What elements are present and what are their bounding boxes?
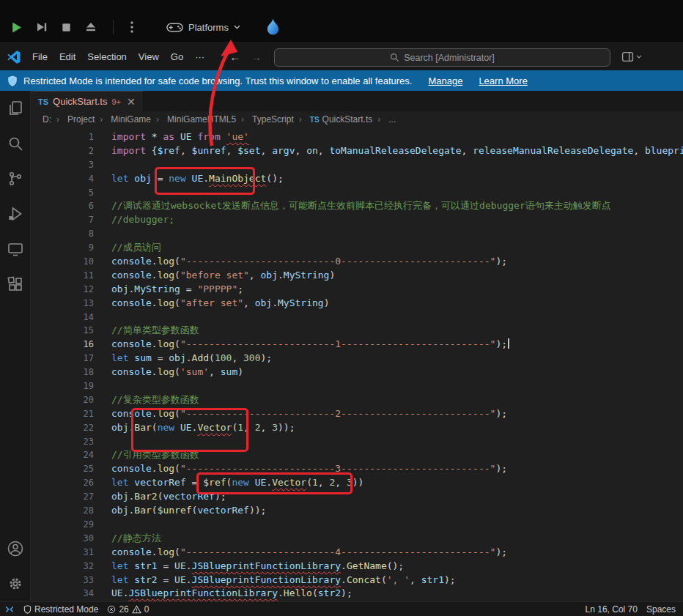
code-line[interactable]: 22obj.Bar(new UE.Vector(1, 2, 3)); bbox=[31, 421, 683, 435]
code-line[interactable]: 31console.log("-------------------------… bbox=[31, 546, 683, 560]
source-control-icon[interactable] bbox=[0, 161, 31, 196]
code-line[interactable]: 24//引用类型参数函数 bbox=[31, 448, 683, 462]
menu-overflow[interactable]: ··· bbox=[189, 49, 210, 64]
problems-status[interactable]: 26 0 bbox=[103, 604, 153, 615]
code-line[interactable]: 8 bbox=[31, 227, 683, 241]
code-line[interactable]: 11console.log("before set", obj.MyString… bbox=[31, 269, 683, 283]
code-line[interactable]: 2import {$ref, $unref, $set, argv, on, t… bbox=[31, 144, 683, 158]
gamepad-icon bbox=[166, 22, 183, 33]
breadcrumb-drive[interactable]: D: bbox=[43, 114, 51, 125]
code-line[interactable]: 23 bbox=[31, 435, 683, 449]
forward-arrow-icon[interactable]: → bbox=[251, 51, 262, 63]
code-token: console bbox=[111, 297, 152, 308]
code-line[interactable]: 27obj.Bar2(vectorRef); bbox=[31, 490, 683, 504]
code-line[interactable]: 34UE.JSBlueprintFunctionLibrary.Hello(st… bbox=[31, 587, 683, 601]
settings-gear-icon[interactable] bbox=[0, 566, 31, 601]
status-right: Ln 16, Col 70 Spaces bbox=[581, 604, 680, 615]
remote-explorer-icon[interactable] bbox=[0, 231, 31, 267]
code-token: GetName bbox=[347, 560, 387, 571]
code-token: = bbox=[163, 560, 174, 571]
ue-editor-toolbar: Platforms bbox=[0, 0, 683, 42]
restricted-mode-status[interactable]: Restricted Mode bbox=[19, 604, 103, 615]
search-icon bbox=[390, 53, 399, 62]
code-line[interactable]: 7//debugger; bbox=[31, 213, 683, 227]
extensions-icon[interactable] bbox=[0, 267, 31, 302]
line-number: 12 bbox=[31, 283, 94, 297]
line-number: 13 bbox=[31, 297, 94, 311]
code-line[interactable]: 1import * as UE from 'ue' bbox=[31, 130, 683, 144]
learn-more-link[interactable]: Learn More bbox=[479, 75, 527, 86]
code-line[interactable]: 10console.log("-------------------------… bbox=[31, 255, 683, 269]
layout-customize-button[interactable] bbox=[621, 51, 642, 63]
breadcrumb-typescript[interactable]: TypeScript bbox=[236, 114, 294, 125]
code-line[interactable]: 21console.log("-------------------------… bbox=[31, 407, 683, 421]
code-line[interactable]: 33let str2 = UE.JSBlueprintFunctionLibra… bbox=[31, 574, 683, 587]
toolbar-more-button[interactable] bbox=[130, 21, 134, 34]
code-token: , bbox=[633, 145, 645, 156]
code-token: = bbox=[192, 477, 204, 488]
tab-quickstart[interactable]: TS QuickStart.ts 9+ ✕ bbox=[31, 91, 144, 111]
search-sidebar-icon[interactable] bbox=[0, 126, 31, 161]
code-line[interactable]: 5 bbox=[31, 186, 683, 200]
menu-view[interactable]: View bbox=[133, 49, 165, 64]
menu-go[interactable]: Go bbox=[165, 49, 189, 64]
code-line[interactable]: 4let obj = new UE.MainObject(); bbox=[31, 172, 683, 186]
code-token: Add bbox=[192, 352, 209, 363]
line-number: 23 bbox=[31, 435, 94, 449]
code-line[interactable]: 20//复杂类型参数函数 bbox=[31, 393, 683, 407]
cursor-position-status[interactable]: Ln 16, Col 70 bbox=[581, 604, 642, 615]
breadcrumb-symbol-ellipsis[interactable]: ... bbox=[372, 114, 396, 125]
code-line[interactable]: 13console.log("after set", obj.MyString) bbox=[31, 297, 683, 311]
code-line[interactable]: 26let vectorRef = $ref(new UE.Vector(1, … bbox=[31, 476, 683, 490]
account-icon[interactable] bbox=[0, 531, 31, 566]
eject-button[interactable] bbox=[85, 21, 97, 33]
indentation-status[interactable]: Spaces bbox=[642, 604, 680, 615]
code-token: //引用类型参数函数 bbox=[111, 449, 199, 460]
code-token: . bbox=[186, 560, 192, 571]
platforms-dropdown[interactable]: Platforms bbox=[166, 22, 240, 33]
code-line[interactable]: 12obj.MyString = "PPPPP"; bbox=[31, 283, 683, 297]
explorer-icon[interactable] bbox=[0, 91, 31, 126]
breadcrumb-file[interactable]: TS QuickStart.ts bbox=[294, 114, 372, 125]
code-line[interactable]: 18console.log('sum', sum) bbox=[31, 365, 683, 379]
breadcrumb-project[interactable]: Project bbox=[51, 114, 95, 125]
puerts-flame-icon[interactable] bbox=[265, 18, 281, 37]
code-editor[interactable]: 1import * as UE from 'ue'2import {$ref, … bbox=[31, 127, 683, 601]
code-line[interactable]: 28obj.Bar($unref(vectorRef)); bbox=[31, 504, 683, 518]
code-line[interactable]: 6//调试器通过websocket发送断点信息，可能断点生效前脚本已经执行完备，… bbox=[31, 199, 683, 213]
breadcrumb-minigame[interactable]: MiniGame bbox=[95, 114, 151, 125]
menu-selection[interactable]: Selection bbox=[81, 49, 132, 64]
skip-button[interactable] bbox=[36, 21, 48, 33]
run-debug-icon[interactable] bbox=[0, 196, 31, 231]
code-token: //简单类型参数函数 bbox=[111, 324, 199, 335]
code-line[interactable]: 16console.log("-------------------------… bbox=[31, 338, 683, 352]
remote-indicator[interactable] bbox=[0, 602, 19, 616]
code-line[interactable]: 15//简单类型参数函数 bbox=[31, 324, 683, 338]
code-token: . bbox=[341, 560, 347, 571]
code-line[interactable]: 29 bbox=[31, 518, 683, 532]
menu-edit[interactable]: Edit bbox=[53, 49, 81, 64]
menu-file[interactable]: File bbox=[26, 49, 53, 64]
command-search-input[interactable]: Search [Administrator] bbox=[274, 48, 610, 67]
code-token: = bbox=[180, 283, 197, 294]
code-token: ; bbox=[237, 283, 243, 294]
breadcrumb-minigamehtml5[interactable]: MiniGameHTML5 bbox=[151, 114, 236, 125]
code-token: "PPPPP" bbox=[197, 283, 237, 294]
manage-link[interactable]: Manage bbox=[428, 75, 462, 86]
code-token: "--------------------------2------------… bbox=[180, 408, 495, 419]
code-line[interactable]: 25console.log("-------------------------… bbox=[31, 462, 683, 476]
code-line[interactable]: 17let sum = obj.Add(100, 300); bbox=[31, 352, 683, 365]
code-line[interactable]: 9//成员访问 bbox=[31, 241, 683, 255]
play-button[interactable] bbox=[10, 21, 23, 34]
code-line[interactable]: 32let str1 = UE.JSBlueprintFunctionLibra… bbox=[31, 560, 683, 574]
code-token: //debugger; bbox=[111, 214, 174, 225]
code-line[interactable]: 14 bbox=[31, 311, 683, 324]
stop-button[interactable] bbox=[61, 22, 72, 33]
code-token: Hello bbox=[284, 587, 312, 598]
status-bar: Restricted Mode 26 0 Ln 16, Col 70 Space… bbox=[0, 601, 683, 616]
close-icon[interactable]: ✕ bbox=[127, 97, 136, 107]
back-arrow-icon[interactable]: ← bbox=[229, 51, 240, 63]
code-line[interactable]: 19 bbox=[31, 379, 683, 393]
code-line[interactable]: 30//静态方法 bbox=[31, 532, 683, 546]
code-line[interactable]: 3 bbox=[31, 158, 683, 172]
